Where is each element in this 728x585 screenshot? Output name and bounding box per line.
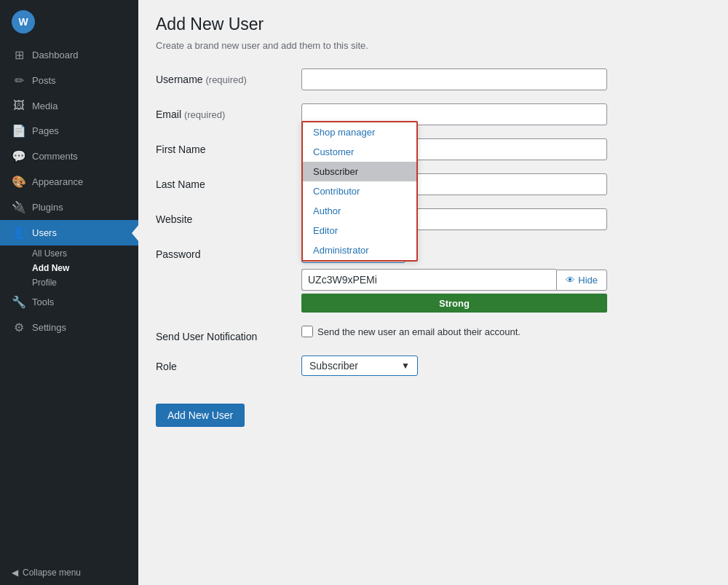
sidebar-item-label: Comments <box>32 151 78 162</box>
main-content: Add New User Create a brand new user and… <box>138 0 728 585</box>
sidebar-item-comments[interactable]: 💬 Comments <box>0 144 138 169</box>
website-row: Website <box>156 208 711 230</box>
sidebar-item-pages[interactable]: 📄 Pages <box>0 118 138 144</box>
lastname-row: Last Name <box>156 173 711 195</box>
add-user-form: Username (required) Email (required) Fir… <box>156 68 711 376</box>
password-input-row: 👁 Hide <box>301 269 607 291</box>
collapse-menu-button[interactable]: ◀ Collapse menu <box>0 560 138 585</box>
dashboard-icon: ⊞ <box>12 48 26 62</box>
sidebar-item-appearance[interactable]: 🎨 Appearance <box>0 169 138 195</box>
sidebar-item-tools[interactable]: 🔧 Tools <box>0 289 138 315</box>
role-dropdown-container: Shop manager Customer Subscriber Contrib… <box>301 356 418 376</box>
website-label: Website <box>156 208 301 225</box>
chevron-down-icon: ▼ <box>401 361 410 371</box>
sidebar-add-new[interactable]: Add New <box>0 260 138 275</box>
sidebar-item-posts[interactable]: ✏ Posts <box>0 68 138 93</box>
notification-row: Send User Notification Send the new user… <box>156 326 711 342</box>
password-label: Password <box>156 243 301 260</box>
lastname-label: Last Name <box>156 173 301 190</box>
sidebar-item-label: Appearance <box>32 176 83 187</box>
firstname-label: First Name <box>156 138 301 155</box>
role-option-shop-manager[interactable]: Shop manager <box>303 122 416 142</box>
active-arrow <box>132 224 138 242</box>
sidebar-item-media[interactable]: 🖼 Media <box>0 93 138 118</box>
username-row: Username (required) <box>156 68 711 90</box>
notification-label: Send User Notification <box>156 326 301 342</box>
sidebar-item-label: Tools <box>32 297 54 307</box>
sidebar-profile[interactable]: Profile <box>0 275 138 289</box>
password-field-wrapper: 👁 Hide <box>301 269 607 291</box>
hide-password-button[interactable]: 👁 Hide <box>556 270 607 291</box>
role-option-author[interactable]: Author <box>303 201 416 221</box>
sidebar-item-dashboard[interactable]: ⊞ Dashboard <box>0 42 138 68</box>
sidebar-item-label: Settings <box>32 322 66 333</box>
sidebar-item-label: Users <box>32 227 57 238</box>
role-selected-value: Subscriber <box>309 360 358 372</box>
posts-icon: ✏ <box>12 74 26 87</box>
password-strength-bar: Strong <box>301 294 607 313</box>
notification-checkbox[interactable] <box>301 326 313 337</box>
collapse-icon: ◀ <box>12 568 18 578</box>
page-title: Add New User <box>156 15 711 34</box>
role-option-administrator[interactable]: Administrator <box>303 240 416 260</box>
email-label: Email (required) <box>156 103 301 120</box>
role-option-subscriber[interactable]: Subscriber <box>303 162 416 181</box>
email-row: Email (required) <box>156 103 711 125</box>
add-new-user-button[interactable]: Add New User <box>156 404 245 427</box>
firstname-row: First Name <box>156 138 711 160</box>
role-label: Role <box>156 356 301 372</box>
sidebar-item-settings[interactable]: ⚙ Settings <box>0 315 138 340</box>
role-field: Shop manager Customer Subscriber Contrib… <box>301 356 711 376</box>
role-option-contributor[interactable]: Contributor <box>303 181 416 201</box>
notification-check-row: Send the new user an email about their a… <box>301 326 711 337</box>
username-label: Username (required) <box>156 68 301 85</box>
role-row: Role Shop manager Customer Subscriber Co… <box>156 356 711 376</box>
collapse-label: Collapse menu <box>23 568 81 578</box>
pages-icon: 📄 <box>12 124 26 138</box>
sidebar-all-users[interactable]: All Users <box>0 246 138 260</box>
eye-icon: 👁 <box>566 275 575 286</box>
sidebar-item-plugins[interactable]: 🔌 Plugins <box>0 195 138 220</box>
role-dropdown-popup: Shop manager Customer Subscriber Contrib… <box>301 121 418 262</box>
sidebar-item-label: Posts <box>32 75 56 86</box>
sidebar-item-users-container: 👤 Users All Users Add New Profile <box>0 220 138 289</box>
media-icon: 🖼 <box>12 99 26 112</box>
notification-field: Send the new user an email about their a… <box>301 326 711 337</box>
notification-text: Send the new user an email about their a… <box>317 326 521 337</box>
site-logo: W <box>0 0 138 42</box>
username-required: (required) <box>205 74 246 85</box>
sidebar: W ⊞ Dashboard ✏ Posts 🖼 Media 📄 Pages 💬 … <box>0 0 138 585</box>
plugins-icon: 🔌 <box>12 200 26 214</box>
username-field <box>301 68 711 90</box>
role-select-button[interactable]: Subscriber ▼ <box>301 356 418 376</box>
tools-icon: 🔧 <box>12 295 26 309</box>
password-row: Password Generate password 👁 Hide <box>156 243 711 313</box>
email-required: (required) <box>184 109 225 120</box>
sidebar-item-label: Dashboard <box>32 50 79 60</box>
sidebar-item-label: Pages <box>32 125 59 136</box>
wp-logo-icon: W <box>12 10 35 34</box>
sidebar-item-users[interactable]: 👤 Users <box>0 220 138 246</box>
comments-icon: 💬 <box>12 149 26 163</box>
settings-icon: ⚙ <box>12 321 26 334</box>
appearance-icon: 🎨 <box>12 175 26 189</box>
username-input[interactable] <box>301 68 607 90</box>
password-input[interactable] <box>301 269 556 291</box>
page-subtitle: Create a brand new user and add them to … <box>156 40 711 51</box>
users-icon: 👤 <box>12 226 26 240</box>
sidebar-item-label: Media <box>32 101 58 111</box>
sidebar-item-label: Plugins <box>32 202 63 213</box>
role-option-customer[interactable]: Customer <box>303 142 416 162</box>
role-option-editor[interactable]: Editor <box>303 221 416 240</box>
